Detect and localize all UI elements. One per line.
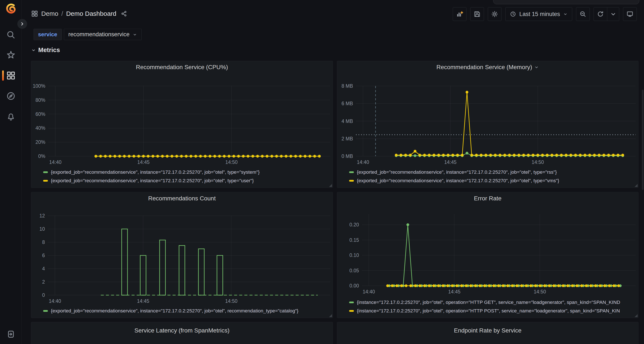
svg-text:14:45: 14:45 [444,160,456,165]
panel-service-latency: Service Latency (from SpanMetrics) [31,322,333,344]
legend-swatch [349,180,354,181]
legend-swatch [349,302,354,303]
svg-text:14:40: 14:40 [357,160,369,165]
grafana-app: Demo / Demo Dashboard [0,0,644,344]
refresh-button[interactable] [594,7,607,21]
svg-text:0 MB: 0 MB [342,154,353,159]
svg-text:14:40: 14:40 [49,298,61,304]
grafana-logo[interactable] [5,3,16,14]
svg-text:0.10: 0.10 [349,252,359,258]
panel-resize-handle[interactable] [634,314,638,317]
svg-text:14:50: 14:50 [225,298,238,304]
svg-text:6: 6 [42,253,45,258]
legend-label: {exported_job="recommendationservice", i… [51,178,254,183]
panel-title-recommendations-count[interactable]: Recommendations Count [31,192,333,205]
svg-text:8 MB: 8 MB [342,83,353,89]
panel-title-error-rate[interactable]: Error Rate [337,192,638,205]
variable-value-dropdown[interactable]: recommendationservice [64,29,142,40]
refresh-split-button [594,7,619,21]
starred-icon[interactable] [6,50,16,60]
panel-title-endpoint-rate[interactable]: Endpoint Rate by Service [337,324,638,337]
time-range-picker[interactable]: Last 15 minutes [505,7,572,21]
legend-swatch [43,180,48,181]
legend-item[interactable]: {exported_job="recommendationservice", i… [43,307,330,315]
legend-item[interactable]: {exported_job="recommendationservice", i… [349,176,635,185]
svg-text:20%: 20% [36,139,45,145]
panel-resize-handle[interactable] [634,184,638,187]
svg-text:14:50: 14:50 [532,160,544,165]
svg-text:0.00: 0.00 [349,283,359,289]
panel-title-cpu[interactable]: Recommendation Service (CPU%) [31,61,333,73]
panel-memory: Recommendation Service (Memory) 14:4014:… [337,61,638,188]
legend-label: {instance="172.17.0.2:25270", job="otel"… [357,308,620,314]
panel-cpu: Recommendation Service (CPU%) 14:4014:45… [31,61,333,188]
svg-text:0.05: 0.05 [349,268,359,273]
legend-swatch [43,310,48,312]
active-nav-indicator [2,70,4,81]
svg-text:60%: 60% [36,111,45,117]
time-series-canvas-error-rate[interactable]: 14:4014:4514:500.000.050.100.150.20 [337,204,638,297]
svg-text:14:40: 14:40 [362,289,375,295]
legend-label: {exported_job="recommendationservice", i… [51,170,260,175]
variable-row: service recommendationservice [34,29,142,40]
tv-mode-button[interactable] [623,7,637,21]
refresh-interval-caret[interactable] [607,7,619,21]
dashboard-settings-button[interactable] [488,7,502,21]
breadcrumb-section[interactable]: Demo [41,10,58,17]
legend-item[interactable]: {exported_job="recommendationservice", i… [349,168,635,176]
panel-title-service-latency[interactable]: Service Latency (from SpanMetrics) [31,324,333,337]
sign-in-icon[interactable] [6,329,16,339]
svg-text:10: 10 [39,226,45,232]
time-series-canvas-cpu[interactable]: 14:4014:4514:500%20%40%60%80%100% [31,73,333,167]
breadcrumb-page-title: Demo Dashboard [66,10,116,17]
legend-label: {exported_job="recommendationservice", i… [51,308,298,314]
sidebar [0,0,22,344]
zoom-out-button[interactable] [576,7,590,21]
save-dashboard-button[interactable] [470,7,484,21]
panel-endpoint-rate: Endpoint Rate by Service [337,322,638,344]
legend-label: {instance="172.17.0.2:25270", job="otel"… [357,300,620,305]
svg-text:0: 0 [42,292,45,298]
time-series-canvas-memory[interactable]: 14:4014:4514:500 MB2 MB4 MB6 MB8 MB [337,73,638,167]
explore-compass-icon[interactable] [6,91,16,101]
legend-cpu: {exported_job="recommendationservice", i… [43,168,330,185]
svg-text:100%: 100% [33,83,45,89]
scrollbar-thumb[interactable] [642,90,644,190]
row-title: Metrics [38,46,60,54]
legend-item[interactable]: {exported_job="recommendationservice", i… [43,176,330,185]
bar-chart-canvas-count[interactable]: 14:4014:4514:50024681012 [31,204,333,306]
breadcrumb-separator: / [61,10,63,17]
share-icon[interactable] [121,10,127,17]
svg-text:0%: 0% [38,154,45,159]
legend-error-rate: {instance="172.17.0.2:25270", job="otel"… [349,298,635,315]
svg-text:14:45: 14:45 [137,298,149,304]
dashboards-grid-icon[interactable] [31,10,38,17]
search-icon[interactable] [6,30,16,40]
alerting-bell-icon[interactable] [6,112,16,121]
legend-item[interactable]: {exported_job="recommendationservice", i… [43,168,330,176]
panel-resize-handle[interactable] [329,314,332,317]
browser-popup-overlay [493,0,639,4]
row-toggle-metrics[interactable]: Metrics [31,46,60,54]
panel-resize-handle[interactable] [329,184,332,187]
svg-text:6 MB: 6 MB [342,101,353,106]
variable-value: recommendationservice [68,31,130,38]
legend-item[interactable]: {instance="172.17.0.2:25270", job="otel"… [349,307,635,315]
panel-title-memory[interactable]: Recommendation Service (Memory) [337,61,638,73]
add-panel-button[interactable] [453,7,466,21]
sidebar-expand-button[interactable] [17,19,27,29]
svg-text:14:45: 14:45 [137,160,150,165]
dashboards-icon[interactable] [6,71,16,80]
variable-label[interactable]: service [34,29,62,40]
legend-swatch [349,310,354,312]
legend-item[interactable]: {instance="172.17.0.2:25270", job="otel"… [349,298,635,307]
toolbar: Last 15 minutes [453,7,637,21]
svg-text:14:45: 14:45 [448,289,461,295]
svg-text:2: 2 [42,279,45,285]
svg-text:12: 12 [39,213,45,218]
svg-text:0.20: 0.20 [349,222,359,227]
time-range-label: Last 15 minutes [519,11,560,17]
panel-recommendations-count: Recommendations Count 14:4014:4514:50024… [31,192,333,318]
svg-text:2 MB: 2 MB [342,136,353,142]
svg-text:14:50: 14:50 [226,160,238,165]
